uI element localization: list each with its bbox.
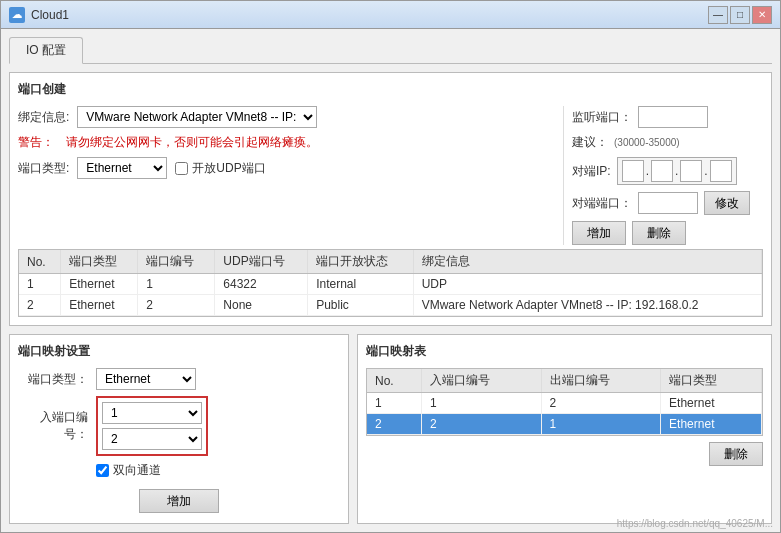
udp-checkbox-label[interactable]: 开放UDP端口 [175, 160, 265, 177]
port-table-header: No. 端口类型 端口编号 UDP端口号 端口开放状态 绑定信息 [19, 250, 762, 274]
table-cell-no: 2 [19, 295, 61, 316]
right-buttons: 增加 删除 [572, 221, 763, 245]
remote-ip-label: 对端IP: [572, 163, 611, 180]
warning-label: 警告： [18, 134, 58, 151]
mapping-cell-no: 2 [367, 414, 422, 435]
mcol-in: 入端口编号 [422, 369, 542, 393]
in-port-select[interactable]: 1 2 [102, 402, 202, 424]
mcol-out: 出端口编号 [541, 369, 661, 393]
mapping-cell-out: 1 [541, 414, 661, 435]
col-status: 端口开放状态 [308, 250, 414, 274]
add-port-button[interactable]: 增加 [572, 221, 626, 245]
port-creation-title: 端口创建 [18, 81, 763, 98]
mapping-type-select[interactable]: Ethernet UDP [96, 368, 196, 390]
mapping-add-row: 增加 [18, 489, 340, 513]
listen-port-label: 监听端口： [572, 109, 632, 126]
udp-checkbox[interactable] [175, 162, 188, 175]
ip-segment-c[interactable]: 0 [680, 160, 702, 182]
bidirectional-checkbox[interactable] [96, 464, 109, 477]
ip-segment-d[interactable]: 0 [710, 160, 732, 182]
table-row[interactable]: 2Ethernet2NonePublicVMware Network Adapt… [19, 295, 762, 316]
warning-row: 警告： 请勿绑定公网网卡，否则可能会引起网络瘫痪。 [18, 134, 563, 151]
mapping-cell-out: 2 [541, 393, 661, 414]
table-cell-udp: 64322 [215, 274, 308, 295]
mcol-no: No. [367, 369, 422, 393]
window: ☁ Cloud1 — □ ✕ IO 配置 端口创建 绑定信息: [0, 0, 781, 533]
binding-row: 绑定信息: VMware Network Adapter VMnet8 -- I… [18, 106, 563, 128]
mapping-cell-no: 1 [367, 393, 422, 414]
suggest-label: 建议： [572, 134, 608, 151]
mapping-table-section: 端口映射表 No. 入端口编号 出端口编号 端口类型 112Ether [357, 334, 772, 524]
tab-bar: IO 配置 [9, 37, 772, 64]
bidirectional-text: 双向通道 [113, 462, 161, 479]
listen-port-input[interactable]: 30000 [638, 106, 708, 128]
close-button[interactable]: ✕ [752, 6, 772, 24]
col-num: 端口编号 [138, 250, 215, 274]
remote-ip-input-group: 0 . 0 . 0 . 0 [617, 157, 737, 185]
mapping-table-title: 端口映射表 [366, 343, 763, 360]
watermark: https://blog.csdn.net/qq_40625/M... [617, 518, 773, 529]
ip-segment-a[interactable]: 0 [622, 160, 644, 182]
table-cell-status: Internal [308, 274, 414, 295]
port-table: No. 端口类型 端口编号 UDP端口号 端口开放状态 绑定信息 1Ethern… [19, 250, 762, 316]
top-left: 绑定信息: VMware Network Adapter VMnet8 -- I… [18, 106, 563, 245]
col-no: No. [19, 250, 61, 274]
delete-port-button[interactable]: 删除 [632, 221, 686, 245]
table-cell-no: 1 [19, 274, 61, 295]
binding-label: 绑定信息: [18, 109, 69, 126]
title-bar-left: ☁ Cloud1 [9, 7, 69, 23]
mapping-delete-row: 删除 [366, 442, 763, 466]
mapping-form: 端口类型： Ethernet UDP 入端口编号： 1 2 [18, 368, 340, 513]
ip-segment-b[interactable]: 0 [651, 160, 673, 182]
warning-text: 请勿绑定公网网卡，否则可能会引起网络瘫痪。 [66, 134, 318, 151]
table-cell-binding: UDP [413, 274, 761, 295]
table-row[interactable]: 221Ethernet [367, 414, 762, 435]
udp-checkbox-text: 开放UDP端口 [192, 160, 265, 177]
binding-select[interactable]: VMware Network Adapter VMnet8 -- IP: 192… [77, 106, 317, 128]
top-right: 监听端口： 30000 建议： (30000-35000) 对端IP: 0 . [563, 106, 763, 245]
port-mapping-title: 端口映射设置 [18, 343, 340, 360]
table-cell-num: 2 [138, 295, 215, 316]
table-cell-status: Public [308, 295, 414, 316]
bidirectional-label[interactable]: 双向通道 [96, 462, 161, 479]
table-cell-type: Ethernet [61, 274, 138, 295]
mapping-table-header: No. 入端口编号 出端口编号 端口类型 [367, 369, 762, 393]
col-type: 端口类型 [61, 250, 138, 274]
table-row[interactable]: 1Ethernet164322InternalUDP [19, 274, 762, 295]
mapping-delete-button[interactable]: 删除 [709, 442, 763, 466]
remote-port-input[interactable]: 0 [638, 192, 698, 214]
col-binding: 绑定信息 [413, 250, 761, 274]
out-port-select[interactable]: 1 2 [102, 428, 202, 450]
port-type-label: 端口类型: [18, 160, 69, 177]
mapping-type-label: 端口类型： [18, 371, 88, 388]
col-udp: UDP端口号 [215, 250, 308, 274]
maximize-button[interactable]: □ [730, 6, 750, 24]
tab-io-config[interactable]: IO 配置 [9, 37, 83, 64]
window-title: Cloud1 [31, 8, 69, 22]
mapping-type-row: 端口类型： Ethernet UDP [18, 368, 340, 390]
title-bar: ☁ Cloud1 — □ ✕ [1, 1, 780, 29]
mcol-type: 端口类型 [661, 369, 762, 393]
mapping-cell-type: Ethernet [661, 414, 762, 435]
remote-ip-row: 对端IP: 0 . 0 . 0 . 0 [572, 157, 763, 185]
port-table-container: No. 端口类型 端口编号 UDP端口号 端口开放状态 绑定信息 1Ethern… [18, 249, 763, 317]
table-cell-type: Ethernet [61, 295, 138, 316]
table-row[interactable]: 112Ethernet [367, 393, 762, 414]
mapping-in-label: 入端口编号： [18, 409, 88, 443]
bidirectional-row: 双向通道 [96, 462, 340, 479]
app-icon: ☁ [9, 7, 25, 23]
mapping-table: No. 入端口编号 出端口编号 端口类型 112Ethernet221Ether… [367, 369, 762, 435]
top-section: 绑定信息: VMware Network Adapter VMnet8 -- I… [18, 106, 763, 245]
mapping-add-button[interactable]: 增加 [139, 489, 219, 513]
minimize-button[interactable]: — [708, 6, 728, 24]
remote-port-label: 对端端口： [572, 195, 632, 212]
mapping-cell-in: 2 [422, 414, 542, 435]
table-cell-udp: None [215, 295, 308, 316]
listen-port-row: 监听端口： 30000 [572, 106, 763, 128]
modify-button[interactable]: 修改 [704, 191, 750, 215]
port-type-select[interactable]: Ethernet UDP [77, 157, 167, 179]
mapping-cell-type: Ethernet [661, 393, 762, 414]
table-cell-num: 1 [138, 274, 215, 295]
port-creation-section: 端口创建 绑定信息: VMware Network Adapter VMnet8… [9, 72, 772, 326]
mapping-in-row: 入端口编号： 1 2 1 2 [18, 396, 340, 456]
